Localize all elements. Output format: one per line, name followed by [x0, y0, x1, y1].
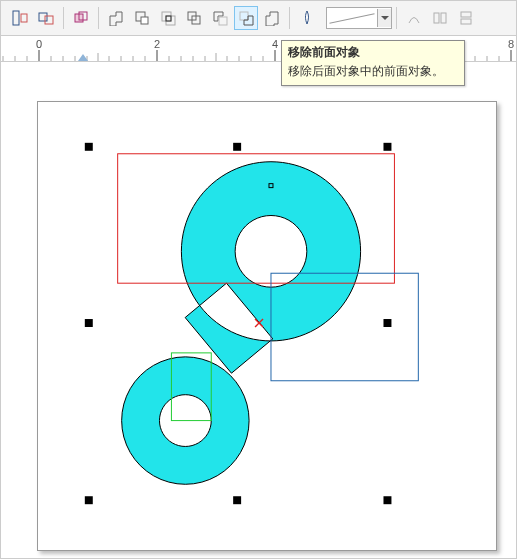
front-minus-back-icon[interactable]: [208, 6, 232, 30]
trim-icon[interactable]: [130, 6, 154, 30]
tooltip-body: 移除后面对象中的前面对象。: [288, 63, 458, 80]
svg-rect-7: [141, 17, 148, 24]
mirror-h-icon: [428, 6, 452, 30]
no-fill-swatch: [327, 9, 377, 27]
mirror-v-icon: [454, 6, 478, 30]
svg-rect-72: [233, 496, 241, 504]
boundary-icon[interactable]: [260, 6, 284, 30]
simplify-icon[interactable]: [182, 6, 206, 30]
intersect-icon[interactable]: [156, 6, 180, 30]
align-distribute-icon[interactable]: [8, 6, 32, 30]
combine-union-icon[interactable]: [104, 6, 128, 30]
back-minus-front-icon[interactable]: [234, 6, 258, 30]
chevron-down-icon[interactable]: [377, 9, 391, 27]
svg-rect-14: [240, 12, 248, 20]
svg-rect-73: [383, 496, 391, 504]
svg-rect-0: [13, 11, 19, 25]
svg-rect-10: [166, 16, 171, 21]
ruler-label: 8: [508, 38, 514, 50]
svg-rect-2: [39, 13, 47, 21]
weld-icon[interactable]: [69, 6, 93, 30]
svg-rect-67: [233, 143, 241, 151]
ruler-label: 0: [36, 38, 42, 50]
svg-rect-70: [383, 319, 391, 327]
svg-rect-18: [461, 19, 471, 24]
svg-rect-17: [461, 12, 471, 17]
svg-rect-3: [45, 16, 53, 24]
svg-rect-15: [434, 13, 439, 23]
fill-color-dropdown[interactable]: [326, 7, 392, 29]
separator: [63, 7, 64, 29]
separator: [98, 7, 99, 29]
svg-rect-1: [21, 14, 27, 22]
separator: [396, 7, 397, 29]
convert-curve-icon: [402, 6, 426, 30]
app-window: 0 2 4 6 8: [0, 0, 517, 559]
tooltip-title: 移除前面对象: [288, 44, 458, 61]
tooltip: 移除前面对象 移除后面对象中的前面对象。: [281, 40, 465, 86]
svg-rect-69: [85, 319, 93, 327]
combined-shape[interactable]: [122, 162, 361, 485]
knife-icon[interactable]: [295, 6, 319, 30]
ruler-label: 4: [272, 38, 278, 50]
svg-rect-68: [383, 143, 391, 151]
canvas-svg: [38, 102, 496, 550]
svg-rect-71: [85, 496, 93, 504]
shaping-toolbar: [1, 1, 516, 36]
svg-rect-16: [441, 13, 446, 23]
ruler-label: 2: [154, 38, 160, 50]
separator: [289, 7, 290, 29]
svg-rect-66: [85, 143, 93, 151]
svg-rect-13: [219, 17, 227, 25]
drawing-canvas[interactable]: [37, 101, 497, 551]
ungroup-icon[interactable]: [34, 6, 58, 30]
